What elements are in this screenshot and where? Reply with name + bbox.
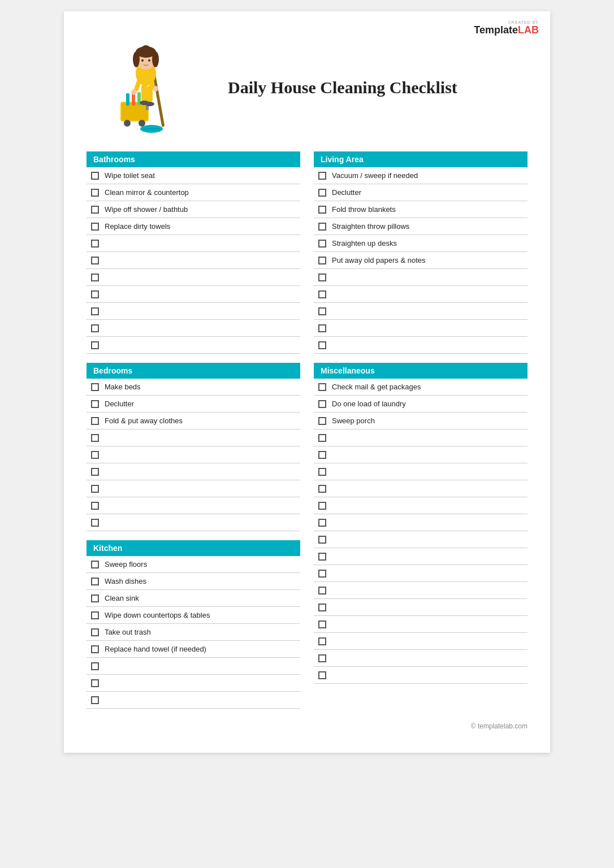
- svg-point-26: [145, 102, 154, 106]
- checkbox[interactable]: [91, 468, 99, 476]
- checklist-item: Take out trash: [87, 624, 300, 641]
- checkbox[interactable]: [318, 206, 326, 214]
- checkbox[interactable]: [318, 434, 326, 442]
- checklist-item: [314, 303, 527, 320]
- checkbox[interactable]: [91, 290, 99, 298]
- checkbox[interactable]: [91, 383, 99, 391]
- checklist-item: Sweep floors: [87, 556, 300, 573]
- checklist-item: Straighten up desks: [314, 235, 527, 252]
- checkbox[interactable]: [318, 671, 326, 679]
- item-text: Straighten up desks: [332, 239, 397, 248]
- checkbox[interactable]: [91, 611, 99, 619]
- checkbox[interactable]: [318, 553, 326, 561]
- checkbox[interactable]: [318, 604, 326, 611]
- checkbox[interactable]: [318, 172, 326, 180]
- checkbox[interactable]: [91, 206, 99, 214]
- checkbox[interactable]: [318, 468, 326, 476]
- checkbox[interactable]: [91, 451, 99, 459]
- svg-point-22: [153, 86, 158, 92]
- checkbox[interactable]: [91, 519, 99, 527]
- checkbox[interactable]: [318, 324, 326, 332]
- checkbox[interactable]: [318, 189, 326, 197]
- checkbox[interactable]: [318, 341, 326, 349]
- checklist-item: Replace hand towel (if needed): [87, 641, 300, 658]
- checkbox[interactable]: [318, 290, 326, 298]
- checkbox[interactable]: [91, 561, 99, 568]
- checkbox[interactable]: [91, 324, 99, 332]
- checklist-item: [87, 497, 300, 514]
- checkbox[interactable]: [318, 417, 326, 425]
- checklist-item: Put away old papers & notes: [314, 252, 527, 269]
- checkbox[interactable]: [318, 451, 326, 459]
- checkbox[interactable]: [91, 594, 99, 602]
- checklist-item: [314, 616, 527, 633]
- section-header-bedrooms: Bedrooms: [87, 363, 300, 379]
- svg-point-3: [139, 120, 145, 127]
- checklist-item: Clean mirror & countertop: [87, 184, 300, 201]
- checklist-item: Do one load of laundry: [314, 396, 527, 413]
- section-header-living-area: Living Area: [314, 151, 527, 167]
- checkbox[interactable]: [318, 637, 326, 645]
- checkbox[interactable]: [91, 223, 99, 231]
- checkbox[interactable]: [318, 383, 326, 391]
- checklist-item: Clean sink: [87, 590, 300, 607]
- item-text: Do one load of laundry: [332, 400, 406, 408]
- item-text: Clean sink: [105, 594, 139, 602]
- checkbox[interactable]: [318, 307, 326, 315]
- checklist-item: [87, 269, 300, 286]
- checkbox[interactable]: [318, 400, 326, 408]
- checklist-item: [314, 565, 527, 582]
- checkbox[interactable]: [91, 189, 99, 197]
- section-bedrooms: Bedrooms Make beds Declutter Fold & put …: [87, 363, 300, 531]
- item-text: Declutter: [332, 188, 361, 197]
- checkbox[interactable]: [91, 274, 99, 281]
- checkbox[interactable]: [91, 578, 99, 585]
- checkbox[interactable]: [91, 307, 99, 315]
- section-living-area: Living Area Vacuum / sweep if needed Dec…: [314, 151, 527, 354]
- checkbox[interactable]: [91, 434, 99, 442]
- checkbox[interactable]: [318, 223, 326, 231]
- footer-text: © templatelab.com: [471, 722, 527, 730]
- checkbox[interactable]: [91, 257, 99, 264]
- checklist-item: Replace dirty towels: [87, 218, 300, 235]
- checkbox[interactable]: [91, 502, 99, 510]
- checklist-item: [87, 235, 300, 252]
- checkbox[interactable]: [91, 240, 99, 248]
- checkbox[interactable]: [318, 536, 326, 544]
- checkbox[interactable]: [318, 587, 326, 594]
- checklist-item: [87, 303, 300, 320]
- checkbox[interactable]: [318, 502, 326, 510]
- checkbox[interactable]: [318, 257, 326, 264]
- section-miscellaneous: Miscellaneous Check mail & get packages …: [314, 363, 527, 684]
- checkbox[interactable]: [91, 341, 99, 349]
- checkbox[interactable]: [91, 662, 99, 670]
- checkbox[interactable]: [318, 485, 326, 493]
- checkbox[interactable]: [318, 519, 326, 527]
- checkbox[interactable]: [91, 696, 99, 704]
- checkbox[interactable]: [318, 274, 326, 281]
- checkbox[interactable]: [318, 570, 326, 578]
- checklist-item: Declutter: [87, 396, 300, 413]
- checkbox[interactable]: [91, 172, 99, 180]
- checkbox[interactable]: [91, 400, 99, 408]
- page: CREATED BY TemplateLAB: [64, 11, 550, 753]
- checklist-item: [87, 514, 300, 531]
- checkbox[interactable]: [318, 620, 326, 628]
- checklist-grid: Bathrooms Wipe toilet seat Clean mirror …: [87, 151, 527, 709]
- checkbox[interactable]: [91, 679, 99, 687]
- logo-lab-part: LAB: [518, 24, 539, 36]
- checkbox[interactable]: [318, 240, 326, 248]
- checklist-item: [314, 286, 527, 303]
- svg-point-2: [124, 120, 131, 127]
- section-header-kitchen: Kitchen: [87, 540, 300, 556]
- svg-point-17: [141, 59, 144, 62]
- checkbox[interactable]: [91, 417, 99, 425]
- checkbox[interactable]: [91, 485, 99, 493]
- checklist-item: [87, 692, 300, 709]
- checklist-item: Vacuum / sweep if needed: [314, 167, 527, 184]
- checklist-item: [314, 337, 527, 354]
- checkbox[interactable]: [91, 645, 99, 653]
- checkbox[interactable]: [318, 654, 326, 662]
- checkbox[interactable]: [91, 628, 99, 636]
- logo-text: TemplateLAB: [474, 24, 539, 36]
